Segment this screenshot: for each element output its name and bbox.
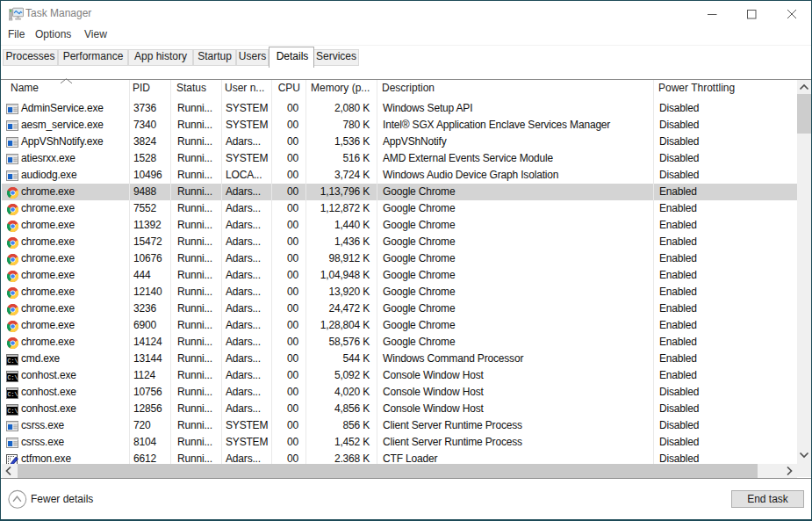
svg-text:C:\.: C:\. (8, 358, 18, 365)
svg-text:C:\.: C:\. (8, 409, 18, 415)
svg-text:C:\.: C:\. (8, 392, 18, 398)
svg-text:C:\.: C:\. (8, 375, 18, 381)
